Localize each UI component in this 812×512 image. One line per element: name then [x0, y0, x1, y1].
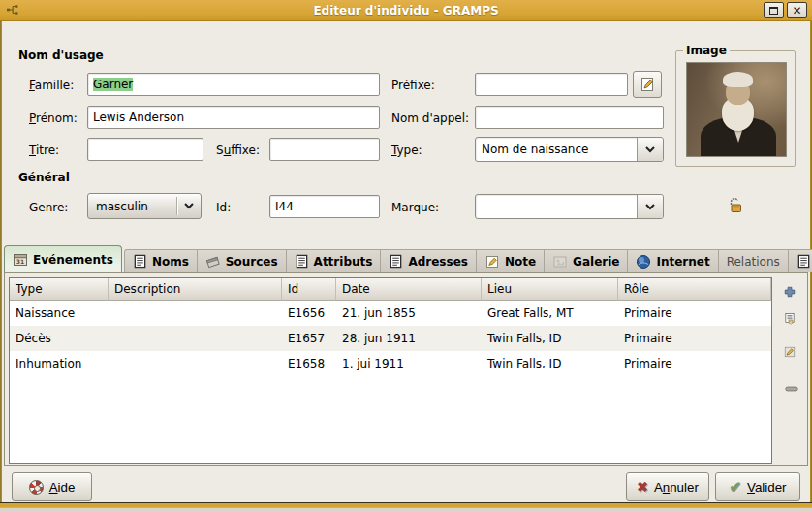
famille-selected-text: Garner — [93, 78, 133, 91]
name-type-dropdown[interactable] — [637, 138, 663, 161]
events-table-header: Type Description Id Date Lieu Rôle — [10, 278, 771, 301]
genre-value: masculin — [88, 200, 176, 213]
maximize-icon — [769, 7, 778, 15]
cell-id: E1656 — [282, 301, 336, 326]
edit-pencil-icon — [783, 341, 796, 363]
prenom-input[interactable]: Lewis Anderson — [87, 106, 380, 129]
tab-label: Note — [505, 255, 536, 269]
chevron-down-icon — [184, 203, 194, 209]
id-input[interactable]: I44 — [269, 195, 380, 218]
cell-description — [109, 351, 282, 376]
cell-type: Décès — [10, 326, 109, 351]
edit-name-button[interactable] — [633, 71, 662, 98]
marque-value — [476, 195, 637, 218]
tab-label: Noms — [152, 255, 189, 269]
tab-internet[interactable]: Internet — [628, 249, 718, 272]
prenom-label: Prénom: — [29, 112, 78, 125]
tab-attributs[interactable]: Attributs — [287, 249, 382, 272]
tab-note[interactable]: Note — [477, 249, 545, 272]
tab-relations[interactable]: Relations — [719, 249, 789, 272]
cell-date: 1. jui 1911 — [336, 351, 482, 376]
column-header-role[interactable]: Rôle — [618, 278, 771, 301]
minus-icon — [785, 385, 798, 393]
marque-label: Marque: — [391, 201, 439, 214]
tab-mormons[interactable]: Mormons — [789, 249, 812, 272]
cell-role: Primaire — [618, 326, 771, 351]
portrait-photo[interactable] — [686, 62, 787, 157]
titlebar[interactable]: Editeur d'individu - GRAMPS ✕ — [0, 0, 812, 21]
tab-adresses[interactable]: Adresses — [381, 249, 477, 272]
suffixe-input[interactable] — [269, 138, 380, 161]
chevron-down-icon — [645, 146, 655, 153]
image-frame: Image — [675, 50, 796, 167]
list-icon — [295, 254, 309, 269]
tab-label: Evénements — [33, 253, 113, 267]
column-header-id[interactable]: Id — [282, 278, 336, 301]
edit-event-button[interactable] — [777, 339, 802, 365]
list-icon — [133, 254, 147, 269]
column-header-date[interactable]: Date — [336, 278, 482, 301]
genre-dropdown[interactable] — [177, 203, 201, 209]
close-button[interactable]: ✕ — [787, 2, 807, 18]
titre-input[interactable] — [87, 138, 203, 161]
privacy-toggle[interactable] — [725, 196, 744, 218]
general-section-heading: Général — [18, 171, 70, 184]
tab-sources[interactable]: Sources — [198, 249, 287, 272]
column-header-lieu[interactable]: Lieu — [482, 278, 618, 301]
column-header-type[interactable]: Type — [10, 278, 109, 301]
cell-date: 28. jun 1911 — [336, 326, 482, 351]
lifebuoy-icon — [29, 480, 44, 495]
globe-icon — [636, 254, 651, 270]
cell-description — [109, 301, 282, 326]
cell-date: 21. jun 1855 — [336, 301, 482, 326]
table-row[interactable]: Décès E1657 28. jun 1911 Twin Falls, ID … — [10, 326, 771, 351]
nom-appel-input[interactable] — [475, 106, 664, 129]
tab-galerie[interactable]: Galerie — [545, 249, 628, 272]
plus-icon — [783, 281, 796, 303]
cell-type: Inhumation — [10, 351, 109, 376]
table-row[interactable]: Inhumation E1658 1. jui 1911 Twin Falls,… — [10, 351, 771, 376]
cell-description — [109, 326, 282, 351]
tab-label: Sources — [226, 255, 278, 269]
window-border-left — [0, 21, 2, 502]
events-tab-panel: Type Description Id Date Lieu Rôle Naiss… — [4, 272, 808, 466]
prefixe-input[interactable] — [475, 73, 628, 96]
ok-button[interactable]: ✔ Valider — [715, 472, 800, 501]
share-event-button[interactable] — [777, 306, 802, 332]
name-type-combo[interactable]: Nom de naissance — [475, 137, 664, 162]
image-frame-label: Image — [683, 44, 730, 57]
maximize-button[interactable] — [764, 2, 784, 18]
calendar-icon: 31 — [13, 252, 28, 268]
famille-input[interactable]: Garner — [87, 73, 380, 96]
tab-label: Adresses — [408, 255, 468, 269]
svg-text:31: 31 — [16, 257, 24, 264]
notebook-tabs: 31 Evénements Noms Sources — [4, 245, 812, 272]
nom-appel-label: Nom d'appel: — [391, 112, 469, 125]
prefixe-label: Préfixe: — [391, 79, 435, 92]
table-row[interactable]: Naissance E1656 21. jun 1855 Great Falls… — [10, 301, 771, 326]
cancel-button[interactable]: ✖ Annuler — [626, 472, 709, 501]
genre-select[interactable]: masculin — [87, 193, 202, 219]
window-title: Editeur d'individu - GRAMPS — [0, 4, 812, 17]
edit-note-icon — [640, 77, 655, 92]
cell-id: E1657 — [282, 326, 336, 351]
window-resize-strip[interactable] — [0, 507, 812, 512]
list-icon — [389, 254, 403, 269]
photo-hair — [723, 72, 753, 87]
marque-dropdown[interactable] — [637, 195, 663, 218]
add-event-button[interactable] — [777, 279, 802, 304]
tab-noms[interactable]: Noms — [124, 249, 198, 272]
column-header-description[interactable]: Description — [109, 278, 282, 301]
marque-combo[interactable] — [475, 194, 664, 219]
events-table: Type Description Id Date Lieu Rôle Naiss… — [9, 277, 772, 464]
tab-label: Internet — [656, 255, 709, 269]
tab-evenements[interactable]: 31 Evénements — [4, 245, 122, 272]
remove-event-button[interactable] — [779, 376, 804, 401]
list-icon — [796, 254, 811, 269]
help-button-label: Aide — [49, 480, 76, 495]
chevron-down-icon — [645, 204, 655, 210]
cell-lieu: Great Falls, MT — [482, 301, 618, 326]
tab-label: Galerie — [573, 255, 619, 269]
individual-editor-window: Editeur d'individu - GRAMPS ✕ Nom d'usag… — [0, 0, 812, 512]
help-button[interactable]: Aide — [12, 472, 92, 501]
